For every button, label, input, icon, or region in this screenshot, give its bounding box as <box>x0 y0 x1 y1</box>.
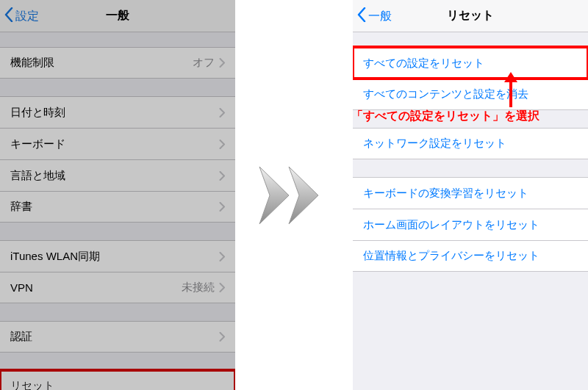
chevron-right-icon <box>219 171 225 181</box>
list-item[interactable]: すべての設定をリセット <box>353 47 588 79</box>
annotation-text: 「すべての設定をリセット」を選択 <box>351 109 539 124</box>
reset-options-list: すべての設定をリセットすべてのコンテンツと設定を消去ネットワーク設定をリセットキ… <box>353 32 588 390</box>
list-item-label: 辞書 <box>10 200 219 214</box>
list-item[interactable]: ネットワーク設定をリセット <box>353 128 588 159</box>
settings-group: iTunes WLAN同期VPN未接続 <box>0 240 235 303</box>
list-item[interactable]: キーボード <box>0 128 235 159</box>
list-item[interactable]: 辞書 <box>0 191 235 223</box>
list-item[interactable]: 機能制限オフ <box>0 47 235 79</box>
list-item[interactable]: 言語と地域 <box>0 159 235 191</box>
list-item-label: すべてのコンテンツと設定を消去 <box>363 87 578 101</box>
navbar: 設定 一般 <box>0 0 235 32</box>
chevron-right-icon <box>219 58 225 68</box>
list-item[interactable]: 認証 <box>0 321 235 353</box>
back-button[interactable]: 設定 <box>4 0 39 32</box>
list-item-value: オフ <box>193 56 215 70</box>
list-item-label: キーボード <box>10 137 219 151</box>
back-button[interactable]: 一般 <box>357 0 392 32</box>
chevron-right-icon <box>219 202 225 212</box>
list-item[interactable]: iTunes WLAN同期 <box>0 240 235 272</box>
chevron-right-icon <box>219 252 225 261</box>
list-item[interactable]: リセット <box>0 370 235 390</box>
list-item-label: iTunes WLAN同期 <box>10 250 219 264</box>
list-item[interactable]: キーボードの変換学習をリセット <box>353 177 588 209</box>
annotation-arrow-icon <box>500 72 522 109</box>
settings-group: 機能制限オフ <box>0 47 235 79</box>
back-label: 設定 <box>15 9 39 24</box>
chevron-right-icon <box>219 140 225 149</box>
list-item[interactable]: ホーム画面のレイアウトをリセット <box>353 209 588 240</box>
list-item-label: ネットワーク設定をリセット <box>363 137 578 151</box>
general-settings-list: 機能制限オフ日付と時刻キーボード言語と地域辞書iTunes WLAN同期VPN未… <box>0 32 235 390</box>
chevron-right-icon <box>219 283 225 292</box>
reset-settings-screen: 一般 リセット すべての設定をリセットすべてのコンテンツと設定を消去ネットワーク… <box>353 0 588 390</box>
list-item-label: 機能制限 <box>10 56 193 70</box>
chevron-right-icon <box>219 332 225 342</box>
back-label: 一般 <box>368 9 392 24</box>
list-item[interactable]: すべてのコンテンツと設定を消去 <box>353 79 588 110</box>
nav-title: リセット <box>447 8 494 24</box>
list-item[interactable]: 位置情報とプライバシーをリセット <box>353 240 588 272</box>
settings-group: 日付と時刻キーボード言語と地域辞書 <box>0 96 235 223</box>
transition-arrow <box>235 0 353 390</box>
chevron-right-icon <box>219 381 225 390</box>
list-item-label: リセット <box>10 379 219 390</box>
svg-marker-0 <box>259 167 289 224</box>
list-item-label: VPN <box>10 281 182 294</box>
chevron-left-icon <box>357 7 368 25</box>
list-item-label: 言語と地域 <box>10 169 219 183</box>
general-settings-screen: 設定 一般 機能制限オフ日付と時刻キーボード言語と地域辞書iTunes WLAN… <box>0 0 235 390</box>
list-item[interactable]: VPN未接続 <box>0 272 235 303</box>
svg-marker-3 <box>504 72 517 82</box>
list-item-label: 日付と時刻 <box>10 106 219 120</box>
list-item-label: すべての設定をリセット <box>363 57 578 71</box>
navbar: 一般 リセット <box>353 0 588 32</box>
list-item-label: キーボードの変換学習をリセット <box>363 187 578 201</box>
svg-marker-1 <box>289 167 318 224</box>
list-item-value: 未接続 <box>182 281 215 295</box>
settings-group: すべての設定をリセットすべてのコンテンツと設定を消去 <box>353 47 588 110</box>
list-item-label: ホーム画面のレイアウトをリセット <box>363 218 578 232</box>
settings-group: キーボードの変換学習をリセットホーム画面のレイアウトをリセット位置情報とプライバ… <box>353 177 588 272</box>
list-item-label: 認証 <box>10 330 219 344</box>
list-item[interactable]: 日付と時刻 <box>0 96 235 128</box>
nav-title: 一般 <box>106 8 129 24</box>
list-item-label: 位置情報とプライバシーをリセット <box>363 249 578 263</box>
settings-group: リセット <box>0 370 235 390</box>
settings-group: 認証 <box>0 321 235 353</box>
chevron-right-icon <box>219 108 225 118</box>
chevron-left-icon <box>4 7 15 25</box>
settings-group: ネットワーク設定をリセット <box>353 128 588 159</box>
